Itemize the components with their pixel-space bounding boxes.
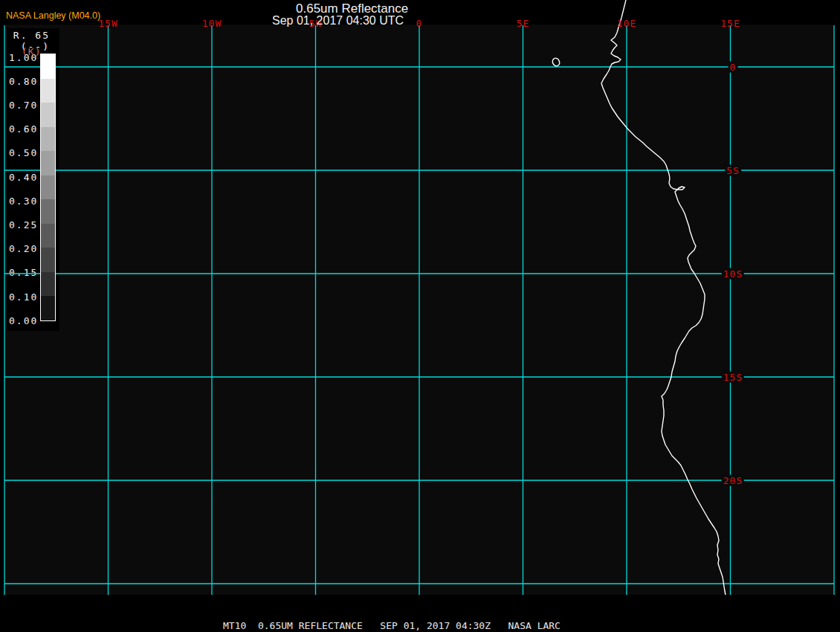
colorbar xyxy=(40,54,56,321)
latitude-tick-label: 20S xyxy=(722,475,744,486)
satellite-reflectance-viewer: { "header": { "credit": "NASA Langley (M… xyxy=(0,0,840,632)
longitude-tick-label: 5E xyxy=(517,18,530,29)
colorbar-segment xyxy=(41,224,55,248)
colorbar-segment xyxy=(41,54,55,79)
image-datetime: Sep 01, 2017 04:30 UTC xyxy=(272,14,404,28)
colorbar-segment xyxy=(41,272,55,297)
latitude-tick-label: 15S xyxy=(722,372,744,383)
colorbar-title: R. 65 xyxy=(9,30,50,41)
latitude-tick-label: 10S xyxy=(722,268,744,280)
colorbar-segment xyxy=(41,127,55,152)
longitude-tick-label: 15E xyxy=(720,18,740,29)
colorbar-segment xyxy=(41,199,55,224)
map-canvas xyxy=(0,0,840,632)
latitude-tick-label: 0 xyxy=(728,62,738,73)
colorbar-unit-secondary-label: (K) xyxy=(22,46,41,57)
colorbar-segment xyxy=(41,103,55,127)
colorbar-segment xyxy=(41,151,55,175)
coastline-africa-west xyxy=(601,0,726,595)
colorbar-segment xyxy=(41,248,55,272)
colorbar-segment xyxy=(41,79,55,103)
island-outline xyxy=(552,57,561,68)
colorbar-segment xyxy=(41,296,55,320)
longitude-tick-label: 10E xyxy=(617,18,636,29)
longitude-tick-label: 10W xyxy=(202,18,222,29)
longitude-tick-label: 0 xyxy=(416,18,423,29)
latitude-tick-label: 5S xyxy=(725,165,741,176)
longitude-tick-label: 15W xyxy=(98,18,117,29)
colorbar-segment xyxy=(41,175,55,200)
footer-caption: MT10 0.65UM REFLECTANCE SEP 01, 2017 04:… xyxy=(223,620,560,631)
credit-label: NASA Langley (M04.0) xyxy=(6,10,100,21)
